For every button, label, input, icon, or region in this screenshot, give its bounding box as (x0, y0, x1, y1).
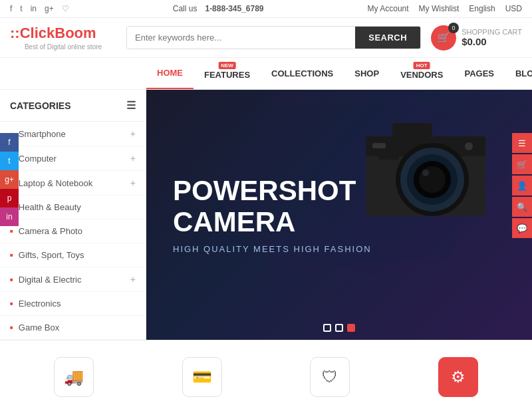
sidebar-item-camera[interactable]: ■ Camera & Photo (0, 219, 146, 243)
nav-badge-new: NEW (218, 62, 236, 69)
nav-item-vendors[interactable]: HOT VENDORS (390, 58, 454, 89)
cart-icon: 🛒 (437, 31, 450, 44)
logo-tagline: Best of Digital online store (10, 43, 116, 51)
hero-dot-2[interactable] (335, 324, 343, 332)
cart-label: SHOPPING CART (462, 28, 522, 36)
hero-subtitle: HIGH QUALITY MEETS HIGH FASHION (173, 244, 372, 254)
cart-price: $0.00 (462, 36, 522, 47)
top-bar: f t in g+ ♡ Call us 1-888-345_6789 My Ac… (0, 0, 532, 18)
sidebar-item-health[interactable]: ■ Health & Beauty (0, 196, 146, 219)
nav-item-collections[interactable]: COLLECTIONS (261, 58, 344, 89)
currency-selector[interactable]: USD (505, 4, 522, 13)
shipping-icon-wrap: 🚚 (54, 357, 94, 397)
sidebar-item-gamebox[interactable]: ■ Game Box (0, 316, 146, 340)
user-icon-right[interactable]: 👤 (512, 176, 532, 196)
hero-title-line2: CAMERA (173, 206, 295, 237)
tw-top-icon[interactable]: t (20, 4, 22, 13)
my-wishlist-link[interactable]: My Wishlist (419, 4, 460, 13)
nav-label-home: HOME (157, 68, 183, 78)
nav-label-collections: COLLECTIONS (271, 68, 333, 78)
phone-section: Call us 1-888-345_6789 (173, 4, 264, 13)
feature-money: 💳 Money Guarantee 30 days money back gua… (138, 357, 267, 399)
sidebar-dot: ■ (10, 228, 13, 234)
search-bar: SEARCH (126, 26, 421, 49)
logo-brand: ::ClickBoom (10, 25, 116, 42)
header: ::ClickBoom Best of Digital online store… (0, 18, 532, 58)
menu-icon[interactable]: ☰ (512, 133, 532, 153)
cart-info: SHOPPING CART $0.00 (462, 28, 522, 47)
cart-icon-wrap[interactable]: 🛒 0 (431, 25, 456, 51)
nav-label-shop: SHOP (354, 68, 379, 78)
sidebar-title: CATEGORIES (10, 100, 71, 111)
pinterest-icon[interactable]: p (0, 189, 19, 207)
right-sidebar: ☰ 🛒 👤 🔍 💬 (512, 133, 532, 239)
language-selector[interactable]: English (469, 4, 495, 13)
expand-icon-smartphone: + (130, 128, 136, 139)
nav-item-blog[interactable]: BLOG (505, 58, 532, 89)
sidebar-item-computer[interactable]: ■ Computer + (0, 146, 146, 171)
svg-point-12 (465, 142, 473, 150)
sidebar-label-electronics: Electronics (19, 299, 61, 309)
logo[interactable]: ::ClickBoom Best of Digital online store (10, 25, 116, 51)
hero-dots (323, 324, 355, 332)
hero-dot-3[interactable] (347, 324, 355, 332)
sidebar-label-laptop: Laptop & Notebook (19, 178, 92, 188)
nav-label-vendors: VENDORS (400, 70, 443, 80)
nav-label-blog: BLOG (515, 68, 532, 78)
sidebar-dot: ■ (10, 301, 13, 307)
sidebar-dot: ■ (10, 252, 13, 258)
nav-label-features: FEATURES (204, 70, 250, 80)
hero-dot-1[interactable] (323, 324, 331, 332)
gp-top-icon[interactable]: g+ (45, 4, 54, 13)
twitter-icon[interactable]: t (0, 152, 19, 170)
facebook-icon[interactable]: f (0, 133, 19, 152)
feature-support: ⚙ Online Support We support online 24/24… (394, 357, 523, 399)
cart-badge: 0 (448, 23, 459, 33)
nav-item-home[interactable]: HOME (146, 58, 194, 89)
logo-dot: :: (10, 25, 20, 41)
feature-safe: 🛡 Safe Shopping Safe shopping guarantee (266, 357, 394, 399)
google-plus-icon[interactable]: g+ (0, 170, 19, 189)
cart-icon-right[interactable]: 🛒 (512, 154, 532, 174)
sidebar-label-gamebox: Game Box (19, 323, 59, 332)
hero-content: POWERSHOT CAMERA HIGH QUALITY MEETS HIGH… (146, 156, 398, 273)
support-icon-wrap: ⚙ (438, 357, 478, 397)
instagram-icon[interactable]: in (0, 207, 19, 226)
nav-item-features[interactable]: NEW FEATURES (194, 58, 261, 89)
search-button[interactable]: SEARCH (355, 27, 420, 49)
fb-top-icon[interactable]: f (10, 4, 12, 13)
search-input[interactable] (127, 27, 355, 49)
my-account-link[interactable]: My Account (368, 4, 409, 13)
main-layout: CATEGORIES ☰ ■ Smartphone + ■ Computer +… (0, 90, 532, 340)
sidebar-label-digital: Digital & Electric (19, 275, 82, 285)
sidebar-item-smartphone[interactable]: ■ Smartphone + (0, 122, 146, 146)
ig-top-icon[interactable]: ♡ (62, 4, 69, 13)
li-top-icon[interactable]: in (31, 4, 37, 13)
svg-point-11 (422, 170, 429, 176)
sidebar-menu-icon[interactable]: ☰ (126, 99, 136, 112)
features-section: 🚚 Free Shipping Free shipping on all UK … (0, 340, 532, 399)
svg-rect-13 (372, 143, 386, 148)
sidebar-label-camera: Camera & Photo (19, 226, 82, 236)
call-label: Call us (173, 4, 198, 13)
nav-item-shop[interactable]: SHOP (344, 58, 390, 89)
hero-title-line1: POWERSHOT (173, 175, 356, 206)
chat-icon-right[interactable]: 💬 (512, 218, 532, 238)
feature-shipping: 🚚 Free Shipping Free shipping on all UK … (10, 357, 138, 399)
sidebar: CATEGORIES ☰ ■ Smartphone + ■ Computer +… (0, 90, 146, 340)
cart-section: 🛒 0 SHOPPING CART $0.00 (431, 25, 522, 51)
sidebar-item-electronics[interactable]: ■ Electronics (0, 292, 146, 316)
sidebar-label-gifts: Gifts, Sport, Toys (19, 250, 84, 260)
search-icon-right[interactable]: 🔍 (512, 197, 532, 217)
sidebar-label-smartphone: Smartphone (19, 129, 66, 139)
expand-icon-digital: + (130, 274, 136, 285)
safe-icon-wrap: 🛡 (310, 357, 350, 397)
nav-label-pages: PAGES (464, 68, 494, 78)
sidebar-item-laptop[interactable]: ■ Laptop & Notebook + (0, 171, 146, 196)
sidebar-item-gifts[interactable]: ■ Gifts, Sport, Toys (0, 243, 146, 267)
svg-point-10 (419, 166, 446, 193)
nav-item-pages[interactable]: PAGES (454, 58, 505, 89)
sidebar-item-digital[interactable]: ■ Digital & Electric + (0, 267, 146, 292)
hero-banner: POWERSHOT CAMERA HIGH QUALITY MEETS HIGH… (146, 90, 532, 340)
nav-container: HOME NEW FEATURES COLLECTIONS SHOP HOT V… (0, 58, 532, 90)
